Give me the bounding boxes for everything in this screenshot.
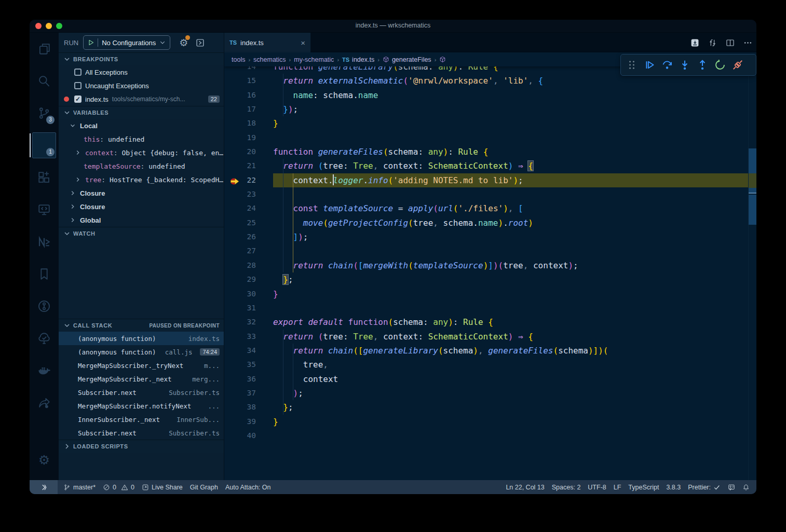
code-line-23[interactable]: 23 bbox=[224, 187, 756, 201]
activity-remote-explorer-icon[interactable] bbox=[30, 194, 59, 226]
step-out-icon[interactable] bbox=[694, 56, 711, 74]
call-stack-frame[interactable]: MergeMapSubscriber._tryNextm... bbox=[59, 359, 224, 372]
breakpoint-checkbox[interactable]: ✓ bbox=[74, 96, 82, 103]
variable-scope-row[interactable]: Closure bbox=[59, 186, 224, 200]
code-line-31[interactable]: 31 bbox=[224, 301, 756, 315]
restart-icon[interactable] bbox=[711, 56, 729, 74]
line-number[interactable]: 32 bbox=[224, 315, 256, 329]
call-stack-frame[interactable]: Subscriber.nextSubscriber.ts bbox=[59, 386, 224, 399]
activity-search-icon[interactable] bbox=[30, 65, 59, 97]
statusbar-item[interactable]: Auto Attach: On bbox=[222, 480, 275, 494]
activity-files-icon[interactable] bbox=[30, 33, 59, 65]
line-number[interactable]: 34 bbox=[224, 344, 256, 358]
statusbar-item[interactable]: Ln 22, Col 13 bbox=[502, 480, 548, 494]
remote-indicator[interactable] bbox=[30, 480, 58, 494]
continue-icon[interactable] bbox=[641, 56, 658, 74]
line-number[interactable]: 35 bbox=[224, 358, 256, 372]
breadcrumb-item[interactable]: generateFiles bbox=[383, 56, 431, 63]
line-number[interactable]: 30 bbox=[224, 287, 256, 301]
code-line-34[interactable]: 34 return chain([generateLibrary(schema)… bbox=[224, 344, 756, 358]
activity-docker-icon[interactable] bbox=[30, 354, 59, 387]
code-line-17[interactable]: 17 }); bbox=[224, 102, 756, 116]
code-line-40[interactable]: 40 bbox=[224, 429, 756, 443]
call-stack-frame[interactable]: Subscriber.nextSubscriber.ts bbox=[59, 426, 224, 440]
statusbar-item[interactable] bbox=[724, 480, 739, 494]
line-number[interactable]: 29 bbox=[224, 272, 256, 287]
statusbar-item[interactable]: Live Share bbox=[138, 480, 186, 494]
variable-row[interactable]: this: undefined bbox=[59, 132, 224, 146]
debug-settings-button[interactable]: ⚙ bbox=[179, 37, 188, 49]
code-line-27[interactable]: 27 bbox=[224, 244, 756, 258]
title-bar[interactable]: index.ts — wrkschematics bbox=[30, 20, 756, 33]
line-number[interactable]: 19 bbox=[224, 131, 256, 145]
breadcrumb-item[interactable]: TSindex.ts bbox=[342, 56, 374, 63]
breadcrumb-item[interactable]: tools bbox=[232, 56, 245, 63]
line-number[interactable]: 37 bbox=[224, 386, 256, 400]
line-number[interactable]: 27 bbox=[224, 244, 256, 258]
variables-header[interactable]: VARIABLES bbox=[59, 106, 224, 119]
variable-row[interactable]: templateSource: undefined bbox=[59, 159, 224, 173]
breadcrumb-item[interactable] bbox=[439, 56, 449, 63]
variable-scope-row[interactable]: Closure bbox=[59, 200, 224, 213]
statusbar-item[interactable]: LF bbox=[610, 480, 625, 494]
breakpoint-row[interactable]: All Exceptions bbox=[59, 65, 224, 79]
breakpoint-row[interactable]: ✓index.tstools/schematics/my-sch...22 bbox=[59, 92, 224, 106]
line-number[interactable]: 17 bbox=[224, 102, 256, 116]
breakpoint-checkbox[interactable] bbox=[74, 69, 82, 76]
line-number[interactable]: 40 bbox=[224, 429, 256, 443]
statusbar-item[interactable] bbox=[739, 480, 753, 494]
code-line-16[interactable]: 16 name: schema.name bbox=[224, 88, 756, 102]
code-line-29[interactable]: 29 }; bbox=[224, 272, 756, 287]
line-number[interactable]: 28 bbox=[224, 258, 256, 272]
activity-nx-console-icon[interactable] bbox=[30, 226, 59, 258]
watch-header[interactable]: WATCH bbox=[59, 227, 224, 240]
line-number[interactable]: 33 bbox=[224, 330, 256, 344]
variable-scope-row[interactable]: Global bbox=[59, 213, 224, 227]
code-line-20[interactable]: 20function generateFiles(schema: any): R… bbox=[224, 145, 756, 159]
call-stack-frame[interactable]: MergeMapSubscriber._nextmerg... bbox=[59, 372, 224, 386]
variable-row[interactable]: tree: HostTree {_backend: ScopedH… bbox=[59, 173, 224, 186]
variable-row[interactable]: context: Object {debug: false, en… bbox=[59, 146, 224, 159]
statusbar-item[interactable]: 3.8.3 bbox=[662, 480, 684, 494]
close-tab-icon[interactable]: × bbox=[301, 38, 305, 47]
line-number[interactable]: 20 bbox=[224, 145, 256, 159]
line-number[interactable]: 21 bbox=[224, 159, 256, 173]
code-line-15[interactable]: 15 return externalSchematic('@nrwl/works… bbox=[224, 74, 756, 88]
line-number[interactable]: 36 bbox=[224, 372, 256, 386]
statusbar-item[interactable]: Git Graph bbox=[186, 480, 222, 494]
grip-icon[interactable] bbox=[623, 56, 641, 74]
call-stack-frame[interactable]: (anonymous function)call.js74:24 bbox=[59, 345, 224, 359]
line-number[interactable]: 39 bbox=[224, 415, 256, 429]
code-line-25[interactable]: 25 move(getProjectConfig(tree, schema.na… bbox=[224, 216, 756, 230]
activity-project-share-icon[interactable] bbox=[30, 387, 59, 419]
start-debug-icon[interactable] bbox=[88, 39, 94, 46]
launch-config-dropdown[interactable]: No Configurations bbox=[83, 35, 170, 50]
breakpoints-header[interactable]: BREAKPOINTS bbox=[59, 53, 224, 65]
overview-ruler[interactable] bbox=[748, 66, 756, 480]
line-number[interactable]: 18 bbox=[224, 116, 256, 130]
code-line-35[interactable]: 35 tree, bbox=[224, 358, 756, 372]
line-number[interactable]: 23 bbox=[224, 187, 256, 201]
line-number[interactable]: 24 bbox=[224, 201, 256, 215]
code-line-36[interactable]: 36 context bbox=[224, 372, 756, 386]
more-actions-icon[interactable] bbox=[743, 38, 752, 47]
call-stack-frame[interactable]: (anonymous function)index.ts bbox=[59, 332, 224, 345]
paused-breakpoint-icon[interactable] bbox=[229, 176, 240, 185]
activity-extensions-icon[interactable] bbox=[30, 161, 59, 194]
activity-git-graph-icon[interactable] bbox=[30, 290, 59, 322]
activity-run-debug-icon[interactable]: 1 bbox=[30, 129, 59, 161]
breadcrumb-item[interactable]: my-schematic bbox=[294, 56, 334, 63]
line-number[interactable]: 38 bbox=[224, 400, 256, 414]
tab-index-ts[interactable]: TS index.ts × bbox=[224, 33, 311, 52]
statusbar-item[interactable]: master* bbox=[60, 480, 99, 494]
code-line-28[interactable]: 28 return chain([mergeWith(templateSourc… bbox=[224, 258, 756, 272]
statusbar-item[interactable]: Prettier: bbox=[684, 480, 724, 494]
code-line-24[interactable]: 24 const templateSource = apply(url('./f… bbox=[224, 201, 756, 215]
code-editor[interactable]: 14function generateLibrary(schema: any):… bbox=[224, 66, 756, 480]
statusbar-item[interactable]: 00 bbox=[99, 480, 138, 494]
line-number[interactable]: 15 bbox=[224, 74, 256, 88]
call-stack-header[interactable]: CALL STACK PAUSED ON BREAKPOINT bbox=[59, 319, 224, 332]
breakpoint-checkbox[interactable] bbox=[74, 82, 82, 89]
call-stack-frame[interactable]: InnerSubscriber._nextInnerSub... bbox=[59, 413, 224, 426]
loaded-scripts-header[interactable]: LOADED SCRIPTS bbox=[59, 440, 224, 453]
